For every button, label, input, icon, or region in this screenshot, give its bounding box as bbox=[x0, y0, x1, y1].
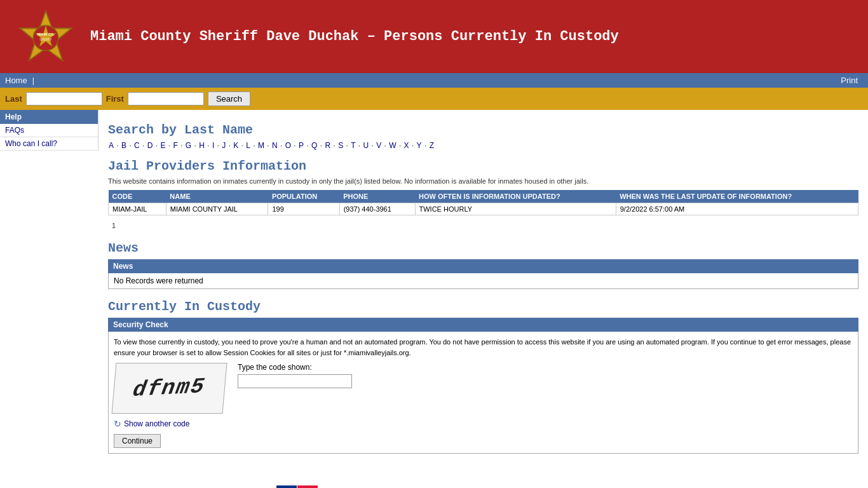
alphabet-link-w[interactable]: W bbox=[389, 141, 396, 150]
nav-home-link[interactable]: Home bbox=[5, 76, 27, 85]
col-population: POPULATION bbox=[268, 190, 339, 203]
jail-providers-title: Jail Providers Information bbox=[108, 159, 858, 173]
search-bar: Last First Search bbox=[0, 88, 868, 110]
alphabet-link-e[interactable]: E bbox=[160, 141, 165, 150]
alphabet-link-y[interactable]: Y bbox=[417, 141, 422, 150]
cell-update-freq: TWICE HOURLY bbox=[415, 203, 616, 215]
first-name-label: First bbox=[106, 94, 124, 104]
table-row: MIAM-JAIL MIAMI COUNTY JAIL 199 (937) 44… bbox=[109, 203, 858, 215]
cell-name: MIAMI COUNTY JAIL bbox=[166, 203, 268, 215]
content-area: Search by Last Name A · B · C · D · E · … bbox=[98, 110, 868, 460]
alphabet-link-p[interactable]: P bbox=[299, 141, 304, 150]
alphabet-link-l[interactable]: L bbox=[246, 141, 250, 150]
cell-population: 199 bbox=[268, 203, 339, 215]
alphabet-link-u[interactable]: U bbox=[363, 141, 369, 150]
main-container: Help FAQs Who can I call? Search by Last… bbox=[0, 110, 868, 460]
montgomery-logo: MONTGOMERY COUNTY bbox=[276, 485, 318, 488]
page-title: Miami County Sheriff Dave Duchak – Perso… bbox=[90, 29, 860, 44]
news-header-row: News bbox=[108, 259, 858, 273]
news-title: News bbox=[108, 241, 858, 255]
sidebar: Help FAQs Who can I call? bbox=[0, 110, 98, 151]
news-section: News No Records were returned bbox=[108, 259, 858, 289]
svg-rect-7 bbox=[297, 485, 318, 488]
col-last-update: WHEN WAS THE LAST UPDATE OF INFORMATION? bbox=[616, 190, 858, 203]
sidebar-section-header: Help bbox=[0, 110, 98, 124]
jail-providers-table: CODE NAME POPULATION PHONE HOW OFTEN IS … bbox=[108, 190, 858, 215]
col-update-freq: HOW OFTEN IS INFORMATION UPDATED? bbox=[415, 190, 616, 203]
last-name-label: Last bbox=[5, 94, 22, 104]
alphabet-link-s[interactable]: S bbox=[338, 141, 343, 150]
alphabet-link-k[interactable]: K bbox=[233, 141, 238, 150]
nav-print-link[interactable]: Print bbox=[841, 76, 858, 85]
alphabet-link-m[interactable]: M bbox=[258, 141, 264, 150]
row-number: 1 bbox=[108, 220, 858, 231]
nav-bar: Home | Print bbox=[0, 73, 868, 88]
nav-separator: | bbox=[32, 76, 34, 85]
last-name-input[interactable] bbox=[26, 92, 102, 105]
col-code: CODE bbox=[109, 190, 166, 203]
captcha-image: dfnm5 bbox=[112, 363, 227, 414]
cell-last-update: 9/2/2022 6:57:00 AM bbox=[616, 203, 858, 215]
alphabet-link-o[interactable]: O bbox=[285, 141, 291, 150]
show-another-label: Show another code bbox=[124, 419, 189, 428]
alphabet-link-i[interactable]: I bbox=[212, 141, 214, 150]
alphabet-link-c[interactable]: C bbox=[134, 141, 140, 150]
alphabet-link-z[interactable]: Z bbox=[430, 141, 434, 150]
who-can-i-call-link[interactable]: Who can I call? bbox=[5, 139, 57, 148]
logo-area: MIAMI CO. SHERIFF bbox=[8, 8, 84, 65]
svg-text:SHERIFF: SHERIFF bbox=[39, 38, 52, 41]
type-code-label: Type the code shown: bbox=[238, 363, 352, 372]
search-by-last-name-title: Search by Last Name bbox=[108, 123, 858, 137]
security-description: To view those currently in custody, you … bbox=[114, 337, 853, 358]
captcha-input-area: Type the code shown: bbox=[238, 363, 352, 388]
currently-in-custody-title: Currently In Custody bbox=[108, 299, 858, 314]
footer: MONTGOMERY COUNTY ©2001- 2022 Board of C… bbox=[0, 473, 868, 488]
alphabet-link-t[interactable]: T bbox=[351, 141, 355, 150]
alphabet-link-f[interactable]: F bbox=[173, 141, 177, 150]
sidebar-item-faqs[interactable]: FAQs bbox=[0, 124, 98, 137]
alphabet-link-j[interactable]: J bbox=[222, 141, 226, 150]
alphabet-bar: A · B · C · D · E · F · G · H · I · J · … bbox=[108, 141, 858, 150]
show-another-code-link[interactable]: ↻ Show another code bbox=[114, 419, 853, 429]
captcha-input[interactable] bbox=[238, 374, 352, 388]
svg-text:MIAMI CO.: MIAMI CO. bbox=[37, 32, 55, 36]
alphabet-link-n[interactable]: N bbox=[272, 141, 278, 150]
no-records-text: No Records were returned bbox=[114, 276, 203, 285]
alphabet-link-q[interactable]: Q bbox=[311, 141, 317, 150]
news-body: No Records were returned bbox=[108, 273, 858, 289]
svg-rect-6 bbox=[276, 485, 297, 488]
alphabet-link-g[interactable]: G bbox=[186, 141, 191, 150]
jail-providers-description: This website contains information on inm… bbox=[108, 177, 858, 185]
alphabet-link-x[interactable]: X bbox=[404, 141, 409, 150]
alphabet-link-r[interactable]: R bbox=[325, 141, 330, 150]
first-name-input[interactable] bbox=[128, 92, 204, 105]
faqs-link[interactable]: FAQs bbox=[5, 126, 24, 135]
sidebar-item-who-can-i-call[interactable]: Who can I call? bbox=[0, 137, 98, 151]
page-header: MIAMI CO. SHERIFF Miami County Sheriff D… bbox=[0, 0, 868, 73]
continue-button[interactable]: Continue bbox=[114, 434, 161, 448]
search-button[interactable]: Search bbox=[208, 92, 250, 106]
refresh-icon: ↻ bbox=[114, 419, 121, 429]
sheriff-star-logo: MIAMI CO. SHERIFF bbox=[17, 8, 74, 65]
captcha-area: dfnm5 Type the code shown: bbox=[114, 363, 853, 414]
security-check-section: Security Check To view those currently i… bbox=[108, 318, 858, 454]
alphabet-link-a[interactable]: A bbox=[109, 141, 114, 150]
cell-phone: (937) 440-3961 bbox=[339, 203, 415, 215]
alphabet-link-h[interactable]: H bbox=[199, 141, 205, 150]
col-name: NAME bbox=[166, 190, 268, 203]
captcha-text: dfnm5 bbox=[132, 374, 208, 402]
security-check-body: To view those currently in custody, you … bbox=[108, 332, 858, 454]
security-check-header: Security Check bbox=[108, 318, 858, 332]
alphabet-link-v[interactable]: V bbox=[376, 141, 381, 150]
cell-code: MIAM-JAIL bbox=[109, 203, 166, 215]
alphabet-link-d[interactable]: D bbox=[147, 141, 153, 150]
col-phone: PHONE bbox=[339, 190, 415, 203]
alphabet-link-b[interactable]: B bbox=[121, 141, 126, 150]
